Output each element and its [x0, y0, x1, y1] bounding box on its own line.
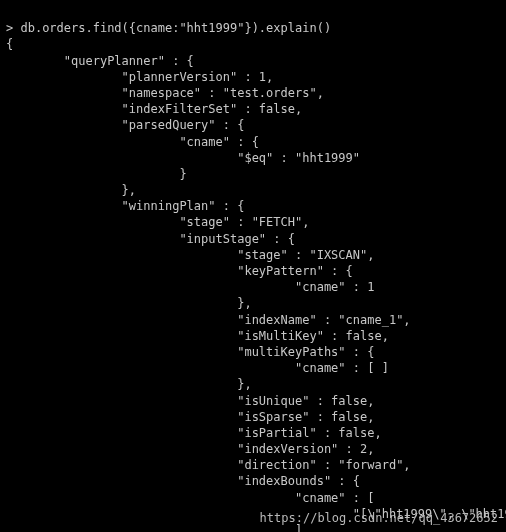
explain-output-line: "direction" : "forward", — [6, 458, 411, 472]
explain-output-line: "multiKeyPaths" : { — [6, 345, 374, 359]
explain-output-line: "cname" : { — [6, 135, 259, 149]
explain-output-line: "indexVersion" : 2, — [6, 442, 374, 456]
explain-output-line: "cname" : [ — [6, 491, 374, 505]
explain-output-line: "$eq" : "hht1999" — [6, 151, 360, 165]
explain-output-line: "namespace" : "test.orders", — [6, 86, 324, 100]
explain-output-line: "isUnique" : false, — [6, 394, 374, 408]
explain-output-line: }, — [6, 296, 252, 310]
explain-output-line: }, — [6, 377, 252, 391]
explain-output-line: "indexBounds" : { — [6, 474, 360, 488]
explain-output-line: }, — [6, 183, 136, 197]
explain-output-line: "stage" : "FETCH", — [6, 215, 309, 229]
shell-prompt: > — [6, 21, 20, 35]
explain-output-line: ] — [6, 523, 302, 532]
explain-output-line: "stage" : "IXSCAN", — [6, 248, 374, 262]
shell-command: db.orders.find({cname:"hht1999"}).explai… — [20, 21, 331, 35]
explain-output-line: "indexName" : "cname_1", — [6, 313, 411, 327]
explain-output-line: "plannerVersion" : 1, — [6, 70, 273, 84]
explain-output-line: "cname" : 1 — [6, 280, 374, 294]
explain-output-line: "keyPattern" : { — [6, 264, 353, 278]
explain-output-line: "isPartial" : false, — [6, 426, 382, 440]
explain-output-line: "isMultiKey" : false, — [6, 329, 389, 343]
explain-output-line: "winningPlan" : { — [6, 199, 244, 213]
explain-output-line: "parsedQuery" : { — [6, 118, 244, 132]
explain-output-line: { — [6, 37, 13, 51]
watermark-text: https://blog.csdn.net/qq_43672652 — [260, 510, 498, 526]
explain-output-line: "indexFilterSet" : false, — [6, 102, 302, 116]
explain-output-line: "queryPlanner" : { — [6, 54, 194, 68]
terminal-output: > db.orders.find({cname:"hht1999"}).expl… — [0, 0, 506, 532]
explain-output-line: } — [6, 167, 187, 181]
explain-output-line: "isSparse" : false, — [6, 410, 374, 424]
explain-output-line: "inputStage" : { — [6, 232, 295, 246]
explain-output-line: "cname" : [ ] — [6, 361, 389, 375]
